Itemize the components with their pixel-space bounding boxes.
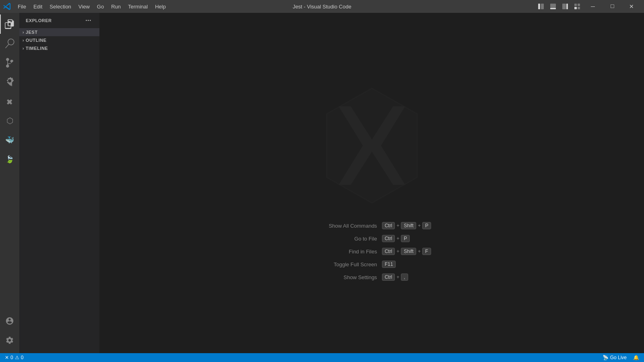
svg-rect-8 — [574, 7, 577, 9]
key-ctrl-4: Ctrl — [382, 274, 395, 281]
minimize-button[interactable]: ─ — [584, 0, 602, 13]
warnings-count: 0 — [21, 355, 24, 360]
shortcut-toggle-fullscreen-keys: F11 — [382, 261, 396, 268]
svg-rect-6 — [574, 4, 577, 6]
key-ctrl-2: Ctrl — [382, 235, 395, 242]
status-bar: ✕ 0 ⚠ 0 📡 Go Live 🔔 — [0, 353, 644, 362]
shortcut-show-commands: Show All Commands Ctrl + Shift + P — [313, 222, 431, 229]
shortcut-find-in-files: Find in Files Ctrl + Shift + F — [313, 248, 431, 255]
sidebar-section-jest[interactable]: › JEST — [19, 28, 99, 36]
key-f-3: F — [422, 248, 431, 255]
shortcut-show-commands-keys: Ctrl + Shift + P — [382, 222, 431, 229]
menu-go[interactable]: Go — [94, 2, 107, 11]
svg-rect-5 — [566, 4, 568, 9]
key-sep-4: + — [396, 274, 399, 280]
shortcut-show-settings-label: Show Settings — [313, 274, 377, 280]
jest-chevron-icon: › — [23, 30, 24, 35]
shortcut-show-settings-keys: Ctrl + , — [382, 274, 408, 281]
activity-explorer[interactable] — [0, 14, 19, 34]
timeline-section-label: TIMELINE — [26, 46, 48, 51]
svg-rect-2 — [550, 4, 556, 7]
editor-area: Show All Commands Ctrl + Shift + P Go to… — [100, 13, 644, 353]
shortcut-find-in-files-keys: Ctrl + Shift + F — [382, 248, 431, 255]
menu-edit[interactable]: Edit — [30, 2, 45, 11]
welcome-content: Show All Commands Ctrl + Shift + P Go to… — [312, 85, 432, 281]
activity-search[interactable] — [0, 34, 19, 53]
outline-chevron-icon: › — [23, 38, 24, 43]
shortcut-toggle-fullscreen: Toggle Full Screen F11 — [313, 261, 396, 268]
sidebar-section-outline[interactable]: › OUTLINE — [19, 36, 99, 44]
key-ctrl-3: Ctrl — [382, 248, 395, 255]
title-bar: File Edit Selection View Go Run Terminal… — [0, 0, 644, 13]
key-shift-1: Shift — [401, 222, 416, 229]
shortcut-show-settings: Show Settings Ctrl + , — [313, 274, 408, 281]
jest-section-label: JEST — [26, 30, 38, 35]
activity-run-debug[interactable] — [0, 72, 19, 92]
svg-rect-9 — [578, 7, 580, 9]
close-button[interactable]: ✕ — [622, 0, 641, 13]
shortcut-goto-file-keys: Ctrl + P — [382, 235, 410, 242]
menu-view[interactable]: View — [75, 2, 93, 11]
bell-icon: 🔔 — [633, 355, 639, 360]
timeline-chevron-icon: › — [23, 46, 24, 51]
errors-icon: ✕ — [5, 355, 9, 360]
menu-selection[interactable]: Selection — [46, 2, 74, 11]
activity-account[interactable] — [0, 311, 19, 331]
sidebar-section-timeline[interactable]: › TIMELINE — [19, 44, 99, 52]
shortcut-goto-file-label: Go to File — [313, 236, 377, 242]
warnings-icon: ⚠ — [15, 355, 19, 360]
key-p-2: P — [401, 235, 410, 242]
key-comma: , — [401, 274, 408, 281]
svg-rect-0 — [538, 4, 540, 9]
shortcut-list: Show All Commands Ctrl + Shift + P Go to… — [313, 222, 431, 281]
customize-layout-btn[interactable] — [572, 1, 583, 12]
activity-bar-bottom — [0, 311, 19, 353]
menu-terminal[interactable]: Terminal — [125, 2, 151, 11]
go-live-label: Go Live — [610, 355, 627, 360]
main-area: ⬡ 🐳 🍃 EXPLORER ··· › JEST › — [0, 13, 644, 353]
key-ctrl-1: Ctrl — [382, 222, 395, 229]
svg-rect-4 — [562, 4, 566, 9]
key-shift-3: Shift — [401, 248, 416, 255]
shortcut-find-in-files-label: Find in Files — [313, 249, 377, 255]
window-title: Jest - Visual Studio Code — [293, 4, 351, 10]
sidebar-title: EXPLORER — [26, 18, 52, 23]
menu-file[interactable]: File — [14, 2, 29, 11]
maximize-button[interactable]: ☐ — [603, 0, 621, 13]
broadcast-icon: 📡 — [603, 355, 609, 360]
activity-docker[interactable]: 🐳 — [0, 130, 19, 150]
window-controls: ─ ☐ ✕ — [535, 0, 641, 13]
vscode-logo — [3, 2, 11, 10]
key-sep-2: + — [396, 236, 399, 241]
status-go-live[interactable]: 📡 Go Live — [601, 353, 628, 362]
sidebar: EXPLORER ··· › JEST › OUTLINE › TIMELINE — [19, 13, 100, 353]
outline-section-label: OUTLINE — [26, 38, 47, 43]
status-errors[interactable]: ✕ 0 ⚠ 0 — [3, 353, 25, 362]
title-bar-left: File Edit Selection View Go Run Terminal… — [3, 2, 169, 11]
activity-source-control[interactable] — [0, 53, 19, 72]
status-notifications[interactable]: 🔔 — [632, 353, 641, 362]
menu-help[interactable]: Help — [152, 2, 169, 11]
svg-rect-7 — [578, 4, 580, 6]
activity-remote-explorer[interactable]: ⬡ — [0, 111, 19, 130]
toggle-right-sidebar-btn[interactable] — [559, 1, 571, 12]
shortcut-toggle-fullscreen-label: Toggle Full Screen — [313, 261, 377, 267]
toggle-sidebar-layout-btn[interactable] — [535, 1, 547, 12]
svg-rect-1 — [541, 4, 544, 9]
svg-rect-3 — [550, 8, 556, 9]
sidebar-header: EXPLORER ··· — [19, 13, 99, 28]
key-sep-3a: + — [396, 249, 399, 254]
toggle-panel-layout-btn[interactable] — [547, 1, 559, 12]
errors-count: 0 — [10, 355, 13, 360]
shortcut-show-commands-label: Show All Commands — [313, 223, 377, 229]
key-f11: F11 — [382, 261, 396, 268]
activity-extensions[interactable] — [0, 92, 19, 111]
key-sep-1a: + — [396, 223, 399, 228]
sidebar-more-button[interactable]: ··· — [84, 16, 93, 25]
vscode-watermark-logo — [312, 85, 432, 206]
key-p-1: P — [422, 222, 431, 229]
activity-mongodb[interactable]: 🍃 — [0, 150, 19, 169]
menu-run[interactable]: Run — [108, 2, 124, 11]
activity-settings[interactable] — [0, 331, 19, 350]
key-sep-1b: + — [418, 223, 421, 228]
